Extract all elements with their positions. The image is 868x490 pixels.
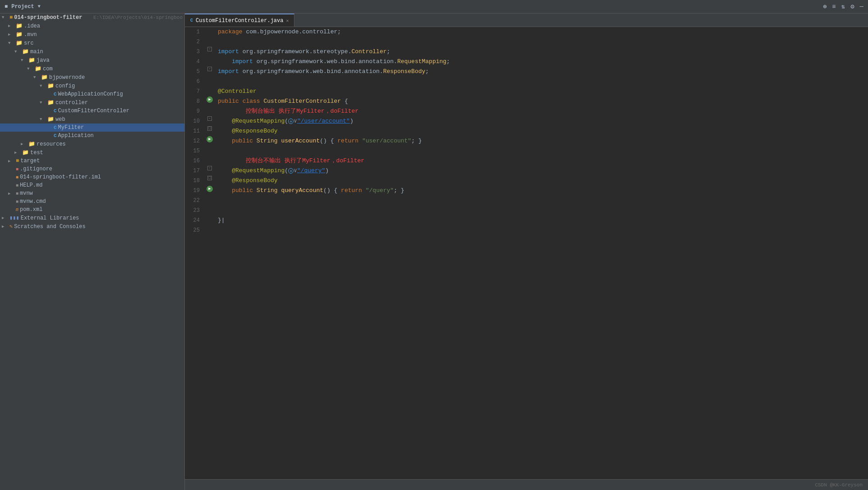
expand-arrow-extlib: ▶ (2, 215, 8, 220)
scratches-label: Scratches and Consoles (14, 224, 183, 230)
line-gutter-12: ▶ (205, 136, 214, 142)
sidebar-item-src[interactable]: ▼ 📁 src (0, 39, 184, 47)
line-content-1: package com.bjpowernode.controller; (214, 27, 868, 37)
sidebar-item-pom[interactable]: ▶ m pom.xml (0, 206, 184, 214)
bjpowernode-label: bjpowernode (49, 74, 183, 81)
title-bar: ■ Project ▼ ⊕ ≡ ⇅ ⚙ ─ (0, 0, 868, 14)
title-bar-left: ■ Project ▼ (5, 4, 41, 10)
sidebar-item-mvnwcmd[interactable]: ▶ ■ mvnw.cmd (0, 197, 184, 206)
sidebar-item-bjpowernode[interactable]: ▼ 📁 bjpowernode (0, 73, 184, 82)
sidebar-item-test[interactable]: ▶ 📁 test (0, 148, 184, 157)
code-line-16: 16 控制台不输出 执行了MyFilter，doFilter (185, 156, 868, 166)
mvnw-label: mvnw (20, 190, 183, 197)
line-content-9: 控制台输出 执行了MyFilter，doFilter (214, 106, 868, 116)
sidebar-item-root[interactable]: ▼ ■ 014-springboot-filter E:\IDEA\Projec… (0, 14, 184, 22)
expand-arrow-mvnw: ▶ (8, 191, 14, 196)
settings-icon[interactable]: ⚙ (850, 3, 854, 10)
sidebar-item-mvnw[interactable]: ▶ ■ mvnw (0, 189, 184, 197)
collapse-18[interactable]: □ (207, 176, 212, 180)
gutter-run-12[interactable]: ▶ (207, 136, 213, 142)
target-label: target (20, 158, 183, 164)
code-line-10: 10 - @RequestMapping(⊕∨"/user/account") (185, 116, 868, 126)
collapse-11[interactable]: □ (207, 126, 212, 131)
collapse-5[interactable]: - (207, 67, 212, 71)
project-dropdown-icon[interactable]: ▼ (38, 4, 41, 9)
line-num-10: 10 (185, 116, 205, 126)
main-label: main (30, 49, 183, 55)
line-num-15: 15 (185, 146, 205, 156)
expand-arrow-test: ▶ (14, 150, 21, 155)
tab-java-icon: C (190, 18, 193, 23)
gitignore-label: .gitignore (20, 166, 183, 172)
expand-arrow-bjpowernode: ▼ (33, 75, 40, 80)
code-line-1: 1 package com.bjpowernode.controller; (185, 27, 868, 37)
line-content-10: @RequestMapping(⊕∨"/user/account") (214, 116, 868, 126)
sidebar-item-scratches[interactable]: ▶ ✎ Scratches and Consoles (0, 222, 184, 231)
sidebar-item-java[interactable]: ▼ 📁 java (0, 56, 184, 64)
resources-label: resources (37, 141, 183, 147)
sidebar-item-myfilter[interactable]: ▶ C MyFilter (0, 124, 184, 132)
list-icon[interactable]: ≡ (832, 3, 836, 10)
sidebar-item-extlib[interactable]: ▶ ▮▮▮ External Libraries (0, 214, 184, 222)
controller-label: controller (55, 100, 183, 106)
sidebar-item-gitignore[interactable]: ▶ ■ .gitignore (0, 165, 184, 173)
line-num-5: 5 (185, 67, 205, 77)
sidebar-item-application[interactable]: ▶ C Application (0, 132, 184, 140)
sidebar-item-config[interactable]: ▼ 📁 config (0, 82, 184, 90)
gutter-run-8[interactable]: ▶ (207, 96, 213, 103)
line-content-2 (214, 37, 868, 47)
code-line-4: 4 import org.springframework.web.bind.an… (185, 57, 868, 67)
sidebar-item-iml[interactable]: ▶ ■ 014-springboot-filter.iml (0, 173, 184, 181)
line-num-9: 9 (185, 106, 205, 116)
sidebar-item-customfiltercontroller[interactable]: ▶ C CustomFilterController (0, 107, 184, 115)
sidebar-item-target[interactable]: ▶ ■ target (0, 157, 184, 165)
code-line-6: 6 (185, 77, 868, 87)
minimize-icon[interactable]: ─ (860, 3, 863, 10)
line-num-24: 24 (185, 215, 205, 225)
sidebar-item-web[interactable]: ▼ 📁 web (0, 115, 184, 124)
folder-icon-config: 📁 (47, 82, 54, 89)
java-icon-cfc: C (54, 108, 57, 114)
git-icon-gitignore: ■ (16, 167, 18, 172)
line-num-6: 6 (185, 77, 205, 87)
sidebar-item-com[interactable]: ▼ 📁 com (0, 64, 184, 73)
folder-icon-test: 📁 (22, 149, 29, 156)
tab-customfiltercontroller[interactable]: C CustomFilterController.java ✕ (185, 14, 294, 27)
line-content-16: 控制台不输出 执行了MyFilter，doFilter (214, 156, 868, 166)
expand-arrow-com: ▼ (27, 67, 33, 71)
collapse-3[interactable]: - (207, 47, 212, 51)
main-layout: ▼ ■ 014-springboot-filter E:\IDEA\Projec… (0, 14, 868, 490)
line-gutter-5: - (205, 67, 214, 71)
sidebar-item-mvn[interactable]: ▶ 📁 .mvn (0, 30, 184, 39)
root-path: E:\IDEA\Projects\014-springboo (93, 15, 183, 20)
gutter-run-19[interactable]: ▶ (207, 186, 213, 192)
code-line-18: 18 □ @ResponseBody (185, 176, 868, 186)
sidebar-item-main[interactable]: ▼ 📁 main (0, 47, 184, 56)
xml-icon-pom: m (16, 207, 18, 212)
line-content-6 (214, 77, 868, 87)
globe-icon[interactable]: ⊕ (823, 3, 827, 10)
line-num-16: 16 (185, 156, 205, 166)
expand-icon[interactable]: ⇅ (841, 3, 845, 10)
line-gutter-18: □ (205, 176, 214, 180)
line-content-7: @Controller (214, 87, 868, 96)
code-editor[interactable]: 1 package com.bjpowernode.controller; 2 … (185, 27, 868, 479)
sidebar-item-webappconfig[interactable]: ▶ C WebApplicationConfig (0, 90, 184, 98)
tab-close-button[interactable]: ✕ (286, 18, 289, 23)
sidebar-item-resources[interactable]: ▶ 📁 resources (0, 140, 184, 148)
code-line-5: 5 - import org.springframework.web.bind.… (185, 67, 868, 77)
sidebar-item-idea[interactable]: ▶ 📁 .idea (0, 22, 184, 30)
sidebar-item-controller[interactable]: ▼ 📁 controller (0, 98, 184, 107)
collapse-10[interactable]: - (207, 116, 212, 121)
editor-area: C CustomFilterController.java ✕ 1 packag… (185, 14, 868, 490)
line-content-12: public String userAccount() { return "us… (214, 136, 868, 146)
java-label: java (37, 57, 183, 64)
sidebar-item-help[interactable]: ▶ ■ HELP.md (0, 181, 184, 189)
code-line-17: 17 - @RequestMapping(⊕∨"/query") (185, 166, 868, 176)
webappconfig-label: WebApplicationConfig (58, 91, 183, 97)
folder-icon-resources: 📁 (28, 141, 35, 147)
extlib-label: External Libraries (21, 215, 183, 221)
line-num-1: 1 (185, 27, 205, 37)
collapse-17[interactable]: - (207, 166, 212, 170)
expand-arrow-scratches: ▶ (2, 224, 8, 229)
